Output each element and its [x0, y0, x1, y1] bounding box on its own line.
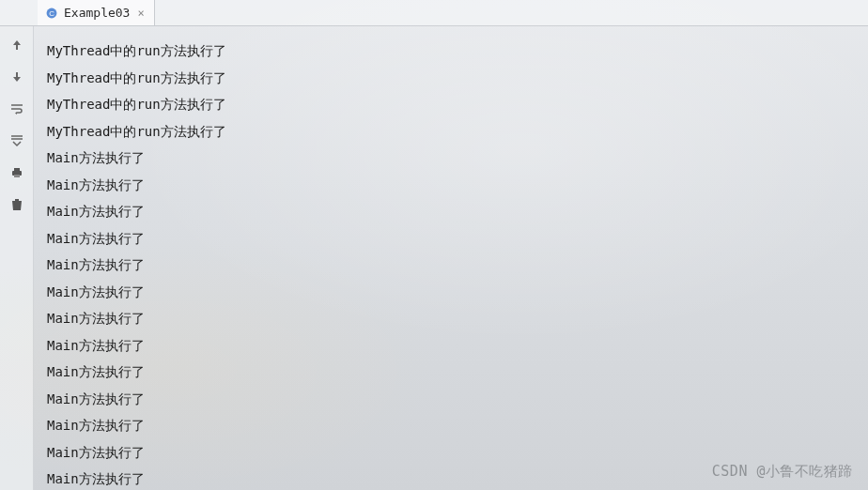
class-file-icon: C: [45, 7, 58, 20]
soft-wrap-icon[interactable]: [8, 100, 26, 118]
console-line: Main方法执行了: [47, 279, 860, 306]
console-line: MyThread中的run方法执行了: [47, 38, 860, 65]
console-line: Main方法执行了: [47, 386, 860, 413]
console-line: Main方法执行了: [47, 172, 860, 199]
tab-label: Example03: [64, 6, 130, 20]
console-line: Main方法执行了: [47, 252, 860, 279]
console-line: Main方法执行了: [47, 439, 860, 467]
main-content: MyThread中的run方法执行了MyThread中的run方法执行了MyTh…: [0, 26, 868, 490]
console-line: Main方法执行了: [47, 145, 860, 172]
print-icon[interactable]: [8, 163, 26, 182]
console-line: Main方法执行了: [47, 359, 860, 386]
trash-icon[interactable]: [8, 195, 26, 214]
svg-text:C: C: [49, 8, 54, 17]
console-output[interactable]: MyThread中的run方法执行了MyThread中的run方法执行了MyTh…: [34, 26, 868, 490]
console-line: MyThread中的run方法执行了: [47, 65, 860, 92]
console-line: Main方法执行了: [47, 225, 860, 253]
svg-rect-4: [14, 175, 20, 177]
console-line: Main方法执行了: [47, 332, 860, 360]
console-line: Main方法执行了: [47, 198, 860, 225]
console-toolbar: [0, 26, 34, 490]
console-line: Main方法执行了: [47, 466, 860, 490]
arrow-up-icon[interactable]: [8, 36, 26, 54]
console-line: MyThread中的run方法执行了: [47, 118, 860, 145]
console-line: MyThread中的run方法执行了: [47, 91, 860, 118]
console-line: Main方法执行了: [47, 305, 860, 332]
svg-rect-3: [14, 168, 20, 171]
console-line: Main方法执行了: [47, 412, 860, 439]
scroll-to-end-icon[interactable]: [8, 131, 26, 150]
arrow-down-icon[interactable]: [8, 68, 26, 86]
close-icon[interactable]: ×: [135, 7, 146, 20]
tab-example03[interactable]: C Example03 ×: [38, 0, 155, 25]
tab-bar: C Example03 ×: [0, 0, 868, 26]
